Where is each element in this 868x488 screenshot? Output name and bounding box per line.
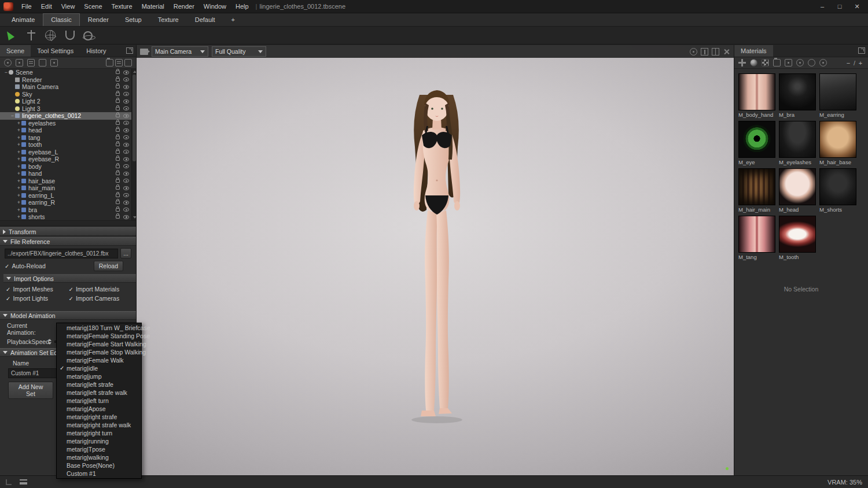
animation-dropdown-item[interactable]: ✓ metarig|left strafe xyxy=(57,380,141,389)
lock-icon[interactable] xyxy=(116,136,120,139)
transform-tool-icon[interactable] xyxy=(25,29,37,41)
animation-dropdown-item[interactable]: ✓ metarig|Female Walk xyxy=(57,356,141,364)
animation-dropdown-item[interactable]: ✓ metarig|Female Start Walking xyxy=(57,340,141,348)
material-item[interactable]: M_body_hand xyxy=(738,73,777,118)
visibility-eye-icon[interactable] xyxy=(123,128,129,132)
tree-expander[interactable]: + xyxy=(16,127,21,134)
animation-dropdown-item[interactable]: ✓ metarig|Female Standing Pose xyxy=(57,332,141,340)
new-folder-icon[interactable] xyxy=(773,59,781,66)
lock-icon[interactable] xyxy=(116,85,120,88)
lock-icon[interactable] xyxy=(116,143,120,146)
add-material-icon[interactable] xyxy=(738,59,746,66)
close-button[interactable]: ✕ xyxy=(848,1,866,12)
visibility-eye-icon[interactable] xyxy=(123,114,129,118)
material-thumbnail[interactable] xyxy=(819,121,856,158)
lock-icon[interactable] xyxy=(116,172,120,175)
workspace-tab[interactable]: Classic xyxy=(43,13,79,26)
thumbnail-smaller-button[interactable]: − xyxy=(845,60,852,66)
fbx-path-field[interactable]: ../export/FBX/lingerie_clothes_0012.fbx xyxy=(5,249,118,258)
lock-icon[interactable] xyxy=(116,208,120,212)
lock-icon[interactable] xyxy=(116,121,120,125)
tree-row[interactable]: + eyebase_L xyxy=(0,149,136,156)
quality-selector[interactable]: Full Quality xyxy=(212,46,266,57)
scroll-down-icon[interactable] xyxy=(133,216,136,219)
menu-item[interactable]: Render xyxy=(169,1,199,12)
lock-icon[interactable] xyxy=(116,150,120,154)
preview-sphere-icon[interactable] xyxy=(750,59,757,66)
animation-dropdown-item[interactable]: ✓ metarig|idle xyxy=(57,364,141,372)
lock-icon[interactable] xyxy=(116,215,120,219)
import-option-checkbox[interactable]: ✓ Import Meshes xyxy=(6,286,69,293)
material-thumbnail[interactable] xyxy=(779,121,816,158)
tree-horizontal-scrollbar[interactable] xyxy=(0,221,136,226)
popout-panel-icon[interactable] xyxy=(858,47,865,54)
new-folder-icon[interactable] xyxy=(106,59,113,66)
split-view-icon[interactable] xyxy=(712,48,719,56)
tree-expander[interactable]: + xyxy=(16,141,21,148)
visibility-eye-icon[interactable] xyxy=(123,135,129,139)
status-menu-icon[interactable] xyxy=(20,479,27,485)
tree-row[interactable]: + body xyxy=(0,163,136,171)
menu-item[interactable]: Help xyxy=(231,1,253,12)
character-model[interactable] xyxy=(362,77,514,459)
tree-row[interactable]: − lingerie_clothes_0012 xyxy=(0,112,136,120)
menu-item[interactable]: Scene xyxy=(79,1,106,12)
animation-dropdown-item[interactable]: ✓ Base Pose(None) xyxy=(57,461,141,469)
left-panel-tab[interactable]: History xyxy=(80,45,112,57)
workspace-tab[interactable]: Texture xyxy=(150,13,187,26)
link-material-icon[interactable] xyxy=(796,59,804,66)
tree-expander[interactable]: + xyxy=(16,199,21,206)
select-tool-icon[interactable] xyxy=(6,29,17,41)
visibility-eye-icon[interactable] xyxy=(123,201,129,205)
material-item[interactable]: M_tooth xyxy=(779,216,817,260)
material-item[interactable]: M_eye xyxy=(738,121,777,165)
tree-row[interactable]: − Scene xyxy=(0,69,136,76)
paint-icon[interactable] xyxy=(819,59,827,66)
tree-row[interactable]: + eyebase_R xyxy=(0,156,136,163)
animation-dropdown-item[interactable]: ✓ metarig|left strafe walk xyxy=(57,389,141,397)
duplicate-icon[interactable] xyxy=(115,59,123,66)
auto-reload-checkbox[interactable]: ✓ Auto-Reload xyxy=(5,263,46,269)
add-sky-icon[interactable] xyxy=(27,59,35,66)
transform-section-header[interactable]: Transform xyxy=(0,227,136,236)
turntable-tool-icon[interactable] xyxy=(83,31,93,40)
material-item[interactable]: M_hair_main xyxy=(738,168,777,213)
workspace-tab[interactable]: Animate xyxy=(3,13,43,26)
minimize-button[interactable]: – xyxy=(814,1,831,12)
tree-expander[interactable]: + xyxy=(16,206,21,213)
visibility-eye-icon[interactable] xyxy=(123,215,129,219)
visibility-eye-icon[interactable] xyxy=(123,193,129,197)
tree-row[interactable]: + hair_base xyxy=(0,178,136,185)
world-space-icon[interactable] xyxy=(45,30,56,40)
lock-icon[interactable] xyxy=(116,99,120,103)
lock-icon[interactable] xyxy=(116,78,120,82)
animation-dropdown-item[interactable]: ✓ metarig|right strafe walk xyxy=(57,421,141,429)
tree-row[interactable]: + bra xyxy=(0,206,136,214)
visibility-eye-icon[interactable] xyxy=(123,164,129,168)
close-viewport-icon[interactable] xyxy=(723,48,730,56)
material-item[interactable]: M_bra xyxy=(779,73,817,118)
tree-expander[interactable]: + xyxy=(16,170,21,177)
add-turntable-icon[interactable] xyxy=(50,59,58,66)
material-thumbnail[interactable] xyxy=(738,168,775,205)
materials-panel-tab[interactable]: Materials xyxy=(734,45,773,57)
visibility-eye-icon[interactable] xyxy=(123,77,129,82)
lock-icon[interactable] xyxy=(116,194,120,197)
measure-tool-icon[interactable] xyxy=(64,29,75,41)
lock-icon[interactable] xyxy=(116,114,120,117)
visibility-eye-icon[interactable] xyxy=(123,157,129,161)
tree-expander[interactable]: + xyxy=(16,213,21,220)
tree-row[interactable]: Light 2 xyxy=(0,98,136,105)
animation-dropdown-item[interactable]: ✓ metarig|Tpose xyxy=(57,445,141,453)
animation-dropdown-item[interactable]: ✓ metarig|walking xyxy=(57,453,141,461)
lock-icon[interactable] xyxy=(116,128,120,132)
tree-row[interactable]: + shorts xyxy=(0,213,136,221)
browse-button[interactable]: ... xyxy=(120,248,131,258)
tree-row[interactable]: Main Camera xyxy=(0,83,136,91)
tree-expander[interactable]: + xyxy=(16,178,21,184)
lock-icon[interactable] xyxy=(116,71,120,74)
material-item[interactable]: M_hair_base xyxy=(819,121,858,165)
material-item[interactable]: M_shorts xyxy=(819,168,858,213)
material-thumbnail[interactable] xyxy=(779,216,816,253)
workspace-tab[interactable]: + xyxy=(223,13,243,26)
